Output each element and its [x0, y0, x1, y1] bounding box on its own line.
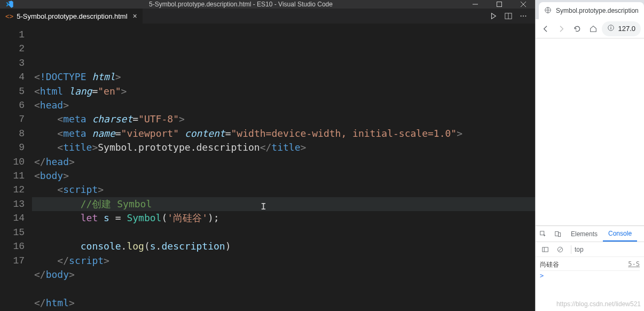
forward-button[interactable]	[555, 21, 569, 36]
vscode-editor[interactable]: 1234567891011121314151617 <!DOCTYPE html…	[0, 24, 535, 311]
chrome-tab[interactable]: Symbol.prototype.description	[539, 2, 644, 19]
inspect-element-icon[interactable]	[536, 230, 551, 238]
vscode-tabbar: <> 5-Symbol.prototype.description.html ×	[0, 9, 535, 24]
vscode-window: 5-Symbol.prototype.description.html - ES…	[0, 0, 535, 311]
reload-button[interactable]	[570, 21, 584, 36]
svg-point-8	[525, 15, 526, 17]
svg-rect-1	[497, 2, 501, 7]
svg-point-7	[523, 15, 524, 17]
console-context[interactable]: top	[575, 246, 584, 253]
run-icon[interactable]	[486, 9, 501, 24]
split-editor-icon[interactable]	[501, 9, 516, 24]
more-actions-icon[interactable]	[516, 9, 531, 24]
chrome-content: ElementsConsole top 尚硅谷 5-S	[536, 38, 644, 311]
device-toolbar-icon[interactable]	[551, 230, 566, 238]
page-viewport[interactable]	[536, 38, 644, 226]
line-number-gutter: 1234567891011121314151617	[0, 24, 32, 311]
close-icon[interactable]: ×	[133, 12, 137, 20]
svg-line-19	[559, 248, 562, 251]
vscode-logo-icon	[0, 0, 19, 9]
site-info-icon[interactable]	[607, 24, 615, 33]
console-log-text: 尚硅谷	[540, 260, 559, 269]
devtools-tabbar: ElementsConsole	[536, 226, 644, 242]
home-button[interactable]	[586, 21, 600, 36]
svg-point-12	[611, 26, 611, 26]
svg-rect-14	[555, 231, 559, 236]
svg-rect-16	[543, 247, 548, 251]
close-button[interactable]	[511, 0, 535, 9]
console-log-source[interactable]: 5-S	[628, 260, 640, 269]
console-prompt[interactable]: >	[540, 271, 640, 281]
maximize-button[interactable]	[487, 0, 511, 9]
svg-rect-15	[559, 232, 561, 236]
devtools-panel: ElementsConsole top 尚硅谷 5-S	[536, 226, 644, 311]
chrome-omnibox[interactable]: 127.0	[602, 21, 641, 36]
console-log-row: 尚硅谷 5-S	[540, 259, 640, 271]
vscode-tab[interactable]: <> 5-Symbol.prototype.description.html ×	[0, 9, 143, 24]
chrome-window: Symbol.prototype.description 127.0	[535, 0, 644, 311]
globe-icon	[544, 6, 552, 15]
back-button[interactable]	[539, 21, 553, 36]
vscode-titlebar: 5-Symbol.prototype.description.html - ES…	[0, 0, 535, 9]
vscode-window-title: 5-Symbol.prototype.description.html - ES…	[19, 1, 463, 8]
console-sidebar-icon[interactable]	[538, 246, 553, 253]
clear-console-icon[interactable]	[553, 246, 568, 253]
code-area[interactable]: <!DOCTYPE html><html lang="en"><head> <m…	[32, 24, 535, 311]
watermark-text: https://blog.csdn.net/lidew521	[556, 300, 641, 308]
chrome-toolbar: 127.0	[536, 19, 644, 38]
devtools-tab-console[interactable]: Console	[603, 226, 637, 242]
console-toolbar: top	[536, 242, 644, 257]
vscode-tab-label: 5-Symbol.prototype.description.html	[17, 12, 127, 20]
chrome-tab-title: Symbol.prototype.description	[556, 7, 639, 14]
devtools-tab-elements[interactable]: Elements	[566, 226, 603, 242]
console-log-area[interactable]: 尚硅谷 5-S >	[536, 257, 644, 283]
chrome-tabstrip: Symbol.prototype.description	[536, 0, 644, 19]
minimize-button[interactable]	[463, 0, 487, 9]
chrome-url-text: 127.0	[618, 25, 635, 33]
text-cursor-icon: I	[261, 200, 266, 214]
svg-point-6	[521, 15, 522, 17]
html-file-icon: <>	[5, 12, 13, 20]
